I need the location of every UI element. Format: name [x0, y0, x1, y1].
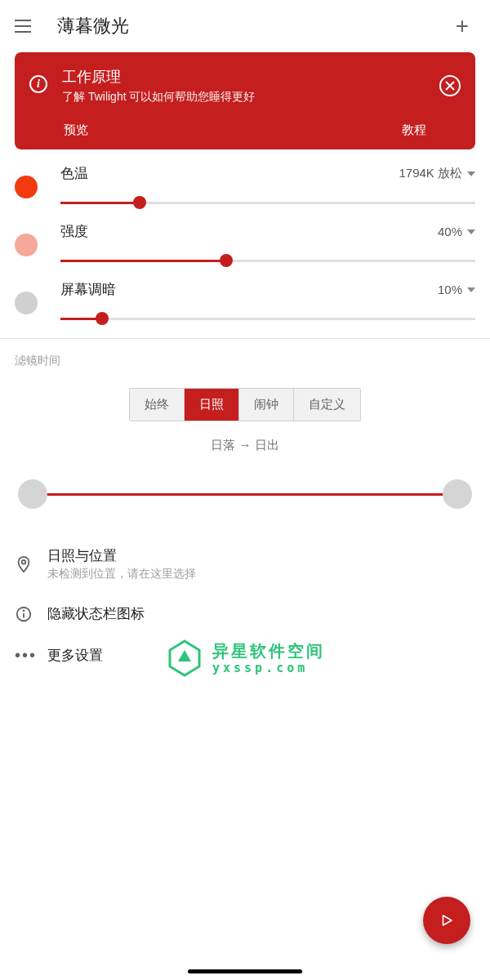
card-subtitle: 了解 Twilight 可以如何帮助您睡得更好 [62, 90, 430, 105]
add-icon[interactable]: + [449, 13, 475, 39]
time-range-slider[interactable] [33, 478, 457, 510]
dim-swatch [15, 292, 38, 314]
location-title: 日照与位置 [47, 546, 475, 565]
dim-row: 屏幕调暗 10% [15, 280, 475, 327]
app-bar: 薄暮微光 + [0, 0, 490, 52]
more-icon: ••• [15, 646, 47, 665]
filter-time-label: 滤镜时间 [0, 354, 490, 368]
range-thumb-start[interactable] [18, 479, 47, 509]
dim-label: 屏幕调暗 [60, 280, 116, 299]
color-temp-swatch [15, 176, 38, 198]
watermark-line1: 异星软件空间 [212, 641, 325, 661]
svg-marker-5 [178, 650, 191, 662]
timing-hint: 日落 → 日出 [0, 438, 490, 453]
dim-slider[interactable] [60, 310, 475, 327]
watermark-line2: yxssp.com [212, 661, 325, 675]
preview-button[interactable]: 预览 [64, 122, 88, 138]
home-indicator [188, 969, 302, 973]
info-card: i 工作原理 了解 Twilight 可以如何帮助您睡得更好 预览 教程 [15, 52, 475, 149]
range-thumb-end[interactable] [443, 479, 472, 509]
color-temp-label: 色温 [60, 164, 88, 183]
info-outline-icon [15, 605, 47, 623]
watermark-badge-icon [165, 639, 204, 678]
hide-icon-title: 隐藏状态栏图标 [47, 604, 475, 623]
location-item[interactable]: 日照与位置 未检测到位置，请在这里选择 [0, 535, 490, 593]
location-sub: 未检测到位置，请在这里选择 [47, 567, 475, 581]
app-title: 薄暮微光 [57, 14, 449, 38]
intensity-label: 强度 [60, 222, 88, 241]
tab-always[interactable]: 始终 [130, 389, 185, 421]
color-temp-value[interactable]: 1794K 放松 [399, 166, 475, 181]
svg-point-3 [24, 610, 24, 611]
color-temp-slider[interactable] [60, 194, 475, 211]
intensity-swatch [15, 234, 38, 256]
close-icon[interactable] [439, 75, 461, 96]
intensity-value[interactable]: 40% [438, 225, 475, 238]
location-icon [15, 555, 47, 573]
card-title: 工作原理 [62, 67, 430, 87]
chevron-down-icon [467, 172, 475, 176]
menu-icon[interactable] [15, 16, 34, 36]
intensity-row: 强度 40% [15, 222, 475, 269]
dim-value[interactable]: 10% [438, 283, 475, 296]
play-fab[interactable] [423, 897, 470, 944]
tab-alarm[interactable]: 闹钟 [239, 389, 294, 421]
segmented-control: 始终 日照 闹钟 自定义 [0, 388, 490, 421]
watermark: 异星软件空间 yxssp.com [165, 639, 325, 678]
info-icon: i [29, 75, 47, 93]
divider [0, 338, 490, 339]
tab-custom[interactable]: 自定义 [294, 389, 360, 421]
chevron-down-icon [467, 287, 475, 292]
tutorial-button[interactable]: 教程 [402, 122, 426, 138]
play-icon [439, 913, 454, 928]
chevron-down-icon [467, 229, 475, 234]
tab-sun[interactable]: 日照 [185, 389, 239, 421]
svg-point-0 [22, 559, 26, 564]
sliders-section: 色温 1794K 放松 强度 40% [0, 164, 490, 327]
hide-statusbar-item[interactable]: 隐藏状态栏图标 [0, 593, 490, 635]
color-temp-row: 色温 1794K 放松 [15, 164, 475, 211]
intensity-slider[interactable] [60, 252, 475, 269]
